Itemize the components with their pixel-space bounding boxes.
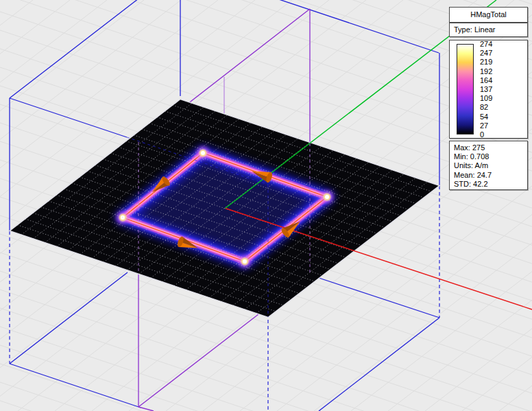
scale-type-label: Type: Linear xyxy=(454,25,496,34)
legend-colorbar-panel: 2742472191921641371098254270 xyxy=(449,40,528,139)
colorbar-tick: 0 xyxy=(480,130,521,139)
colorbar-tick: 54 xyxy=(480,113,521,121)
colorbar-tick: 164 xyxy=(480,76,521,84)
legend-stats-panel: Max: 275Min: 0.708Units: A/mMean: 24.7ST… xyxy=(449,141,528,190)
application-viewport: { "window": { "type": "3d-field-plot-vie… xyxy=(0,0,532,411)
stat-line: Mean: 24.7 xyxy=(454,171,527,180)
colorbar-gradient xyxy=(457,44,474,134)
stat-line: STD: 42.2 xyxy=(454,180,527,189)
plot-legend: HMagTotal Type: Linear 27424721919216413… xyxy=(449,7,528,190)
colorbar-tick: 137 xyxy=(480,85,521,93)
stat-line: Max: 275 xyxy=(454,143,527,152)
plot-quantity-title: HMagTotal xyxy=(470,10,507,19)
colorbar-tick: 274 xyxy=(480,40,521,48)
colorbar-tick: 192 xyxy=(480,67,521,75)
legend-title-panel: HMagTotal xyxy=(449,7,528,23)
legend-scale-type-panel: Type: Linear xyxy=(449,23,528,37)
colorbar-tick: 219 xyxy=(480,58,521,66)
colorbar-tick-labels: 2742472191921641371098254270 xyxy=(480,40,521,139)
colorbar-tick: 247 xyxy=(480,49,521,57)
stat-line: Min: 0.708 xyxy=(454,152,527,161)
colorbar-tick: 27 xyxy=(480,121,521,130)
colorbar-tick: 109 xyxy=(480,94,521,102)
stat-line: Units: A/m xyxy=(454,161,527,170)
colorbar-tick: 82 xyxy=(480,103,521,111)
